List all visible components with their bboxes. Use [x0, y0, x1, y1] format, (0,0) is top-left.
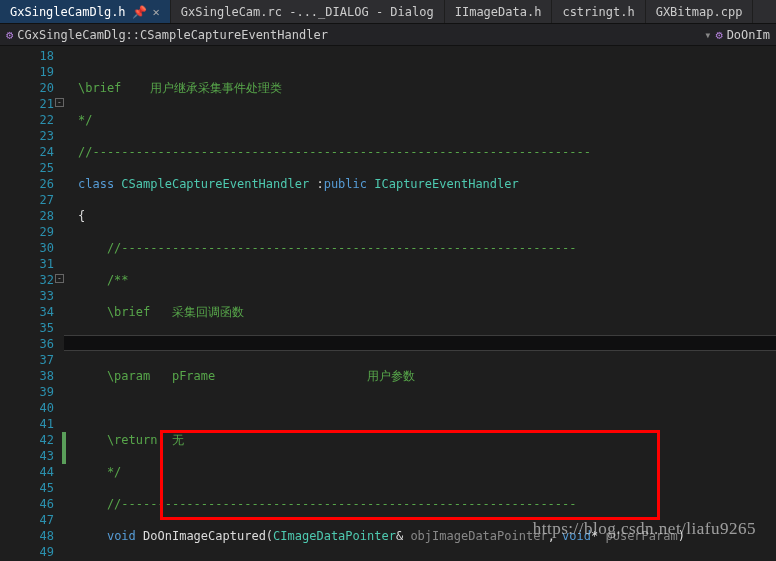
gutter: 181920 21- 22232425262728293031 32- 3334…	[0, 46, 64, 561]
highlight-annotation-box	[160, 430, 660, 520]
tab-gxsinglecamdlg-h[interactable]: GxSingleCamDlg.h 📌 ✕	[0, 0, 171, 23]
tab-label: IImageData.h	[455, 5, 542, 19]
fold-minus-icon[interactable]: -	[55, 98, 64, 107]
tab-label: GxSingleCam.rc -..._DIALOG - Dialog	[181, 5, 434, 19]
current-line-highlight	[64, 335, 776, 351]
breadcrumb-scope[interactable]: CGxSingleCamDlg::CSampleCaptureEventHand…	[17, 28, 328, 42]
tab-label: GXBitmap.cpp	[656, 5, 743, 19]
chevron-down-icon[interactable]: ▾	[704, 28, 711, 42]
tab-label: cstringt.h	[562, 5, 634, 19]
breadcrumb: ⚙ CGxSingleCamDlg::CSampleCaptureEventHa…	[0, 24, 776, 46]
breadcrumb-member[interactable]: DoOnIm	[727, 28, 770, 42]
method-icon: ⚙	[715, 28, 722, 42]
tab-gxsinglecam-rc[interactable]: GxSingleCam.rc -..._DIALOG - Dialog	[171, 0, 445, 23]
tab-bar: GxSingleCamDlg.h 📌 ✕ GxSingleCam.rc -...…	[0, 0, 776, 24]
fold-minus-icon[interactable]: -	[55, 274, 64, 283]
tab-label: GxSingleCamDlg.h	[10, 5, 126, 19]
tab-iimagedata-h[interactable]: IImageData.h	[445, 0, 553, 23]
class-icon: ⚙	[6, 28, 13, 42]
close-icon[interactable]: ✕	[153, 5, 160, 19]
pin-icon[interactable]: 📌	[132, 5, 147, 19]
tab-cstringt-h[interactable]: cstringt.h	[552, 0, 645, 23]
tab-gxbitmap-cpp[interactable]: GXBitmap.cpp	[646, 0, 754, 23]
